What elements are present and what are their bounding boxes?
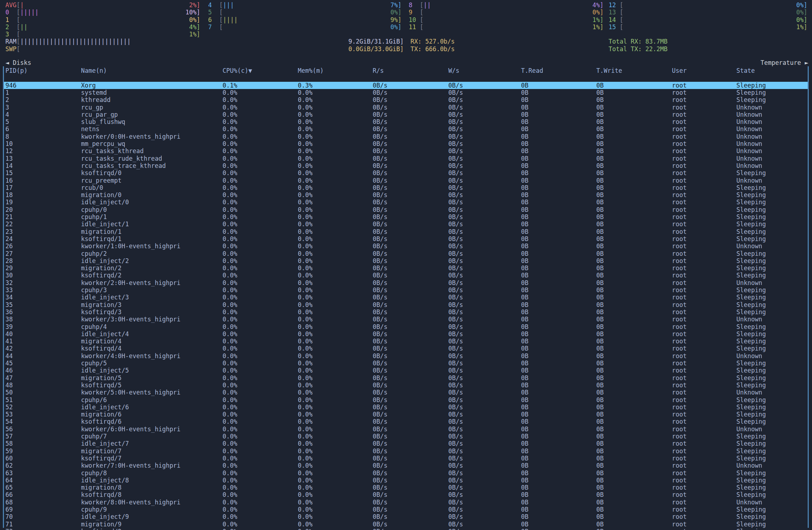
user-cell: root bbox=[672, 118, 687, 125]
name-cell: rcub/0 bbox=[81, 184, 103, 191]
table-row[interactable]: 69 cpuhp/9 0.0% 0.0% 0B/s 0B/s 0B 0B roo… bbox=[0, 506, 812, 513]
table-row[interactable]: 59 migration/7 0.0% 0.0% 0B/s 0B/s 0B 0B… bbox=[0, 447, 812, 455]
table-row[interactable]: 72 ksoftirqd/9 0.0% 0.0% 0B/s 0B/s 0B 0B… bbox=[0, 528, 812, 530]
table-row[interactable]: 48 ksoftirqd/5 0.0% 0.0% 0B/s 0B/s 0B 0B… bbox=[0, 382, 812, 389]
table-row[interactable]: 32 kworker/2:0H-events_highpri 0.0% 0.0%… bbox=[0, 279, 812, 286]
name-cell: idle_inject/6 bbox=[81, 404, 129, 411]
table-row[interactable]: 22 idle_inject/1 0.0% 0.0% 0B/s 0B/s 0B … bbox=[0, 221, 812, 228]
table-row[interactable]: 46 idle_inject/5 0.0% 0.0% 0B/s 0B/s 0B … bbox=[0, 367, 812, 374]
table-row[interactable]: 39 cpuhp/4 0.0% 0.0% 0B/s 0B/s 0B 0B roo… bbox=[0, 323, 812, 330]
table-row[interactable]: 50 kworker/5:0H-events_highpri 0.0% 0.0%… bbox=[0, 389, 812, 396]
table-row[interactable]: 57 cpuhp/7 0.0% 0.0% 0B/s 0B/s 0B 0B roo… bbox=[0, 433, 812, 440]
pid-cell: 19 bbox=[5, 199, 13, 206]
read-per-s-cell: 0B/s bbox=[373, 264, 387, 272]
table-row[interactable]: 47 migration/5 0.0% 0.0% 0B/s 0B/s 0B 0B… bbox=[0, 374, 812, 382]
user-cell: root bbox=[672, 286, 687, 294]
table-row[interactable]: 35 migration/3 0.0% 0.0% 0B/s 0B/s 0B 0B… bbox=[0, 301, 812, 308]
table-row[interactable]: 21 cpuhp/1 0.0% 0.0% 0B/s 0B/s 0B 0B roo… bbox=[0, 213, 812, 221]
total-write-cell: 0B bbox=[596, 250, 604, 257]
total-read-cell: 0B bbox=[521, 279, 528, 286]
table-row[interactable]: 34 idle_inject/3 0.0% 0.0% 0B/s 0B/s 0B … bbox=[0, 294, 812, 301]
table-row[interactable]: 52 idle_inject/6 0.0% 0.0% 0B/s 0B/s 0B … bbox=[0, 404, 812, 411]
table-row[interactable]: 63 cpuhp/8 0.0% 0.0% 0B/s 0B/s 0B 0B roo… bbox=[0, 469, 812, 477]
table-row[interactable]: 4 rcu_par_gp 0.0% 0.0% 0B/s 0B/s 0B 0B r… bbox=[0, 111, 812, 118]
table-row[interactable]: 3 rcu_gp 0.0% 0.0% 0B/s 0B/s 0B 0B root … bbox=[0, 104, 812, 111]
cpu-cell: 0.0% bbox=[223, 250, 237, 257]
table-row[interactable]: 14 rcu_tasks_trace_kthread 0.0% 0.0% 0B/… bbox=[0, 162, 812, 169]
table-row[interactable]: 19 idle_inject/0 0.0% 0.0% 0B/s 0B/s 0B … bbox=[0, 199, 812, 206]
table-row[interactable]: 71 migration/9 0.0% 0.0% 0B/s 0B/s 0B 0B… bbox=[0, 521, 812, 528]
cpu-cell: 0.0% bbox=[223, 462, 237, 469]
total-write-cell: 0B bbox=[596, 396, 604, 404]
write-per-s-cell: 0B/s bbox=[448, 396, 463, 404]
table-row[interactable]: 8 kworker/0:0H-events_highpri 0.0% 0.0% … bbox=[0, 133, 812, 140]
table-row[interactable]: 53 migration/6 0.0% 0.0% 0B/s 0B/s 0B 0B… bbox=[0, 411, 812, 418]
table-row[interactable]: 38 kworker/3:0H-events_highpri 0.0% 0.0%… bbox=[0, 316, 812, 323]
table-row[interactable]: 946 Xorg 0.1% 0.3% 0B/s 0B/s 0B 0B root … bbox=[0, 82, 812, 89]
state-cell: Sleeping bbox=[736, 469, 766, 477]
table-row[interactable]: 5 slub_flushwq 0.0% 0.0% 0B/s 0B/s 0B 0B… bbox=[0, 118, 812, 125]
read-per-s-cell: 0B/s bbox=[373, 513, 387, 520]
table-row[interactable]: 51 cpuhp/6 0.0% 0.0% 0B/s 0B/s 0B 0B roo… bbox=[0, 396, 812, 404]
table-row[interactable]: 10 mm_percpu_wq 0.0% 0.0% 0B/s 0B/s 0B 0… bbox=[0, 140, 812, 147]
user-cell: root bbox=[672, 396, 687, 404]
state-cell: Sleeping bbox=[736, 206, 766, 213]
table-row[interactable]: 1 systemd 0.0% 0.0% 0B/s 0B/s 0B 0B root… bbox=[0, 89, 812, 96]
mem-cell: 0.0% bbox=[298, 433, 313, 440]
table-row[interactable]: 23 migration/1 0.0% 0.0% 0B/s 0B/s 0B 0B… bbox=[0, 228, 812, 235]
table-row[interactable]: 64 idle_inject/8 0.0% 0.0% 0B/s 0B/s 0B … bbox=[0, 477, 812, 484]
table-row[interactable]: 65 migration/8 0.0% 0.0% 0B/s 0B/s 0B 0B… bbox=[0, 484, 812, 491]
write-per-s-cell: 0B/s bbox=[448, 513, 463, 520]
table-row[interactable]: 24 ksoftirqd/1 0.0% 0.0% 0B/s 0B/s 0B 0B… bbox=[0, 235, 812, 242]
table-row[interactable]: 54 ksoftirqd/6 0.0% 0.0% 0B/s 0B/s 0B 0B… bbox=[0, 418, 812, 425]
total-read-cell: 0B bbox=[521, 382, 528, 389]
table-row[interactable]: 15 ksoftirqd/0 0.0% 0.0% 0B/s 0B/s 0B 0B… bbox=[0, 169, 812, 177]
write-per-s-cell: 0B/s bbox=[448, 404, 463, 411]
table-row[interactable]: 30 ksoftirqd/2 0.0% 0.0% 0B/s 0B/s 0B 0B… bbox=[0, 272, 812, 279]
table-row[interactable]: 40 idle_inject/4 0.0% 0.0% 0B/s 0B/s 0B … bbox=[0, 330, 812, 338]
table-row[interactable]: 16 rcu_preempt 0.0% 0.0% 0B/s 0B/s 0B 0B… bbox=[0, 177, 812, 184]
table-row[interactable]: 66 ksoftirqd/8 0.0% 0.0% 0B/s 0B/s 0B 0B… bbox=[0, 491, 812, 498]
name-cell: ksoftirqd/2 bbox=[81, 272, 122, 279]
pid-cell: 20 bbox=[5, 206, 13, 213]
table-row[interactable]: 33 cpuhp/3 0.0% 0.0% 0B/s 0B/s 0B 0B roo… bbox=[0, 286, 812, 294]
table-row[interactable]: 56 kworker/6:0H-events_highpri 0.0% 0.0%… bbox=[0, 426, 812, 433]
table-row[interactable]: 29 migration/2 0.0% 0.0% 0B/s 0B/s 0B 0B… bbox=[0, 264, 812, 272]
table-row[interactable]: 20 cpuhp/0 0.0% 0.0% 0B/s 0B/s 0B 0B roo… bbox=[0, 206, 812, 213]
table-row[interactable]: 27 cpuhp/2 0.0% 0.0% 0B/s 0B/s 0B 0B roo… bbox=[0, 250, 812, 257]
table-row[interactable]: 12 rcu_tasks_kthread 0.0% 0.0% 0B/s 0B/s… bbox=[0, 147, 812, 155]
table-row[interactable]: 42 ksoftirqd/4 0.0% 0.0% 0B/s 0B/s 0B 0B… bbox=[0, 345, 812, 352]
total-read-cell: 0B bbox=[521, 96, 528, 103]
read-per-s-cell: 0B/s bbox=[373, 469, 387, 477]
read-per-s-cell: 0B/s bbox=[373, 477, 387, 484]
pid-cell: 40 bbox=[5, 330, 13, 338]
table-row[interactable]: 6 netns 0.0% 0.0% 0B/s 0B/s 0B 0B root U… bbox=[0, 125, 812, 133]
table-row[interactable]: 36 ksoftirqd/3 0.0% 0.0% 0B/s 0B/s 0B 0B… bbox=[0, 308, 812, 316]
table-row[interactable]: 45 cpuhp/5 0.0% 0.0% 0B/s 0B/s 0B 0B roo… bbox=[0, 360, 812, 367]
table-row[interactable]: 70 idle_inject/9 0.0% 0.0% 0B/s 0B/s 0B … bbox=[0, 513, 812, 520]
state-cell: Unknown bbox=[736, 462, 762, 469]
pid-cell: 39 bbox=[5, 323, 13, 330]
total-write-cell: 0B bbox=[596, 191, 604, 199]
write-per-s-cell: 0B/s bbox=[448, 191, 463, 199]
table-row[interactable]: 44 kworker/4:0H-events_highpri 0.0% 0.0%… bbox=[0, 352, 812, 360]
user-cell: root bbox=[672, 374, 687, 382]
table-row[interactable]: 18 migration/0 0.0% 0.0% 0B/s 0B/s 0B 0B… bbox=[0, 191, 812, 199]
total-write-cell: 0B bbox=[596, 228, 604, 235]
table-row[interactable]: 2 kthreadd 0.0% 0.0% 0B/s 0B/s 0B 0B roo… bbox=[0, 96, 812, 103]
mem-cell: 0.0% bbox=[298, 418, 313, 425]
table-row[interactable]: 68 kworker/8:0H-events_highpri 0.0% 0.0%… bbox=[0, 499, 812, 506]
name-cell: kworker/6:0H-events_highpri bbox=[81, 426, 180, 433]
total-read-cell: 0B bbox=[521, 323, 528, 330]
table-row[interactable]: 26 kworker/1:0H-events_highpri 0.0% 0.0%… bbox=[0, 242, 812, 250]
table-row[interactable]: 60 ksoftirqd/7 0.0% 0.0% 0B/s 0B/s 0B 0B… bbox=[0, 455, 812, 462]
table-row[interactable]: 28 idle_inject/2 0.0% 0.0% 0B/s 0B/s 0B … bbox=[0, 257, 812, 264]
table-row[interactable]: 13 rcu_tasks_rude_kthread 0.0% 0.0% 0B/s… bbox=[0, 155, 812, 162]
table-row[interactable]: 17 rcub/0 0.0% 0.0% 0B/s 0B/s 0B 0B root… bbox=[0, 184, 812, 191]
table-row[interactable]: 62 kworker/7:0H-events_highpri 0.0% 0.0%… bbox=[0, 462, 812, 469]
table-row[interactable]: 58 idle_inject/7 0.0% 0.0% 0B/s 0B/s 0B … bbox=[0, 440, 812, 447]
cpu-cell: 0.0% bbox=[223, 418, 237, 425]
state-cell: Sleeping bbox=[736, 506, 766, 513]
table-row[interactable]: 41 migration/4 0.0% 0.0% 0B/s 0B/s 0B 0B… bbox=[0, 338, 812, 345]
user-cell: root bbox=[672, 279, 687, 286]
